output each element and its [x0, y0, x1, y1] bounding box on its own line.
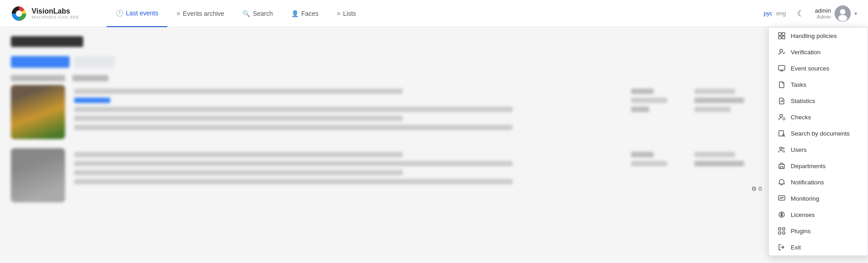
clock-icon: 🕐 — [116, 9, 123, 17]
document-icon — [778, 81, 785, 88]
filter-count: 0 — [759, 185, 762, 192]
svg-rect-8 — [782, 36, 785, 39]
app-tagline: MACHINES CAN SEE — [32, 15, 80, 19]
bg-title-bar — [11, 36, 83, 47]
svg-point-15 — [780, 147, 782, 150]
menu-verification-label: Verification — [791, 49, 821, 56]
svg-rect-6 — [782, 33, 785, 35]
header-right: рус eng ☾ admin Admin ▾ — [764, 5, 857, 22]
checks-icon — [778, 113, 785, 121]
svg-rect-7 — [778, 36, 781, 39]
person-avatar-2 — [11, 148, 65, 202]
app-name: VisionLabs — [32, 7, 80, 15]
menu-search-by-documents-label: Search by documents — [791, 130, 850, 137]
menu-notifications-label: Notifications — [791, 179, 824, 186]
menu-checks-label: Checks — [791, 114, 811, 121]
user-menu-trigger[interactable]: admin Admin ▾ — [815, 5, 857, 22]
svg-rect-10 — [778, 66, 785, 70]
nav-faces-label: Faces — [302, 10, 319, 17]
face-icon: 👤 — [291, 10, 299, 17]
bell-icon — [778, 178, 785, 186]
theme-toggle-button[interactable]: ☾ — [793, 6, 808, 21]
chart-icon — [778, 97, 785, 104]
monitoring-icon — [778, 195, 785, 202]
avatar[interactable] — [835, 5, 851, 22]
filter-icon: ⚙ — [751, 185, 757, 192]
plugins-icon — [778, 227, 785, 235]
nav-item-faces[interactable]: 👤 Faces — [282, 0, 328, 27]
menu-users-label: Users — [791, 146, 807, 153]
svg-point-11 — [780, 114, 783, 117]
svg-point-12 — [783, 118, 785, 120]
nav-item-last-events[interactable]: 🕐 Last events — [107, 0, 168, 27]
lang-switcher: рус eng — [764, 10, 786, 17]
svg-rect-21 — [783, 228, 785, 230]
svg-point-1 — [16, 10, 22, 17]
menu-item-search-by-documents[interactable]: Search by documents — [769, 125, 868, 141]
svg-point-16 — [783, 147, 784, 149]
menu-item-licenses[interactable]: Licenses — [769, 207, 868, 223]
menu-item-exit[interactable]: Exit — [769, 239, 868, 255]
menu-statistics-label: Statistics — [791, 98, 815, 104]
users-icon — [778, 146, 785, 153]
menu-item-tasks[interactable]: Tasks — [769, 76, 868, 93]
menu-licenses-label: Licenses — [791, 211, 815, 218]
user-name: admin — [815, 7, 831, 14]
menu-item-plugins[interactable]: Plugins — [769, 223, 868, 239]
user-role: Admin — [817, 14, 831, 19]
document-search-icon — [778, 130, 785, 137]
nav-item-events-archive[interactable]: ≡ Events archive — [167, 0, 233, 27]
dropdown-menu: Handling policies Verification Event sou… — [769, 27, 868, 256]
menu-handling-policies-label: Handling policies — [791, 33, 837, 39]
logo-area[interactable]: VisionLabs MACHINES CAN SEE — [11, 5, 80, 22]
lang-eng[interactable]: eng — [776, 10, 786, 17]
menu-item-users[interactable]: Users — [769, 141, 868, 158]
menu-item-handling-policies[interactable]: Handling policies — [769, 28, 868, 44]
menu-item-notifications[interactable]: Notifications — [769, 174, 868, 190]
svg-rect-5 — [778, 33, 781, 35]
monitor-icon — [778, 65, 785, 72]
user-info: admin Admin — [815, 7, 831, 19]
moon-icon: ☾ — [797, 9, 804, 19]
lists-icon: ≡ — [337, 10, 340, 17]
exit-icon — [778, 244, 785, 251]
svg-point-9 — [780, 49, 783, 52]
menu-item-departments[interactable]: Departments — [769, 158, 868, 174]
menu-exit-label: Exit — [791, 244, 801, 251]
person-avatar-1 — [11, 85, 65, 139]
filter-tags — [11, 56, 758, 68]
svg-rect-23 — [783, 232, 785, 234]
nav-events-archive-label: Events archive — [183, 10, 224, 17]
menu-item-checks[interactable]: Checks — [769, 109, 868, 125]
nav-last-events-label: Last events — [126, 9, 159, 17]
dollar-icon — [778, 211, 785, 218]
table-row — [11, 148, 758, 202]
svg-point-3 — [840, 9, 845, 14]
svg-point-4 — [838, 15, 847, 21]
background-content — [0, 27, 769, 263]
logo-icon — [11, 5, 27, 22]
menu-event-sources-label: Event sources — [791, 65, 830, 72]
menu-plugins-label: Plugins — [791, 228, 811, 235]
nav-item-lists[interactable]: ≡ Lists — [328, 0, 365, 27]
menu-item-event-sources[interactable]: Event sources — [769, 60, 868, 76]
logo-text: VisionLabs MACHINES CAN SEE — [32, 7, 80, 20]
svg-rect-20 — [778, 228, 781, 230]
search-icon: 🔍 — [242, 10, 250, 17]
svg-rect-22 — [778, 232, 781, 234]
menu-monitoring-label: Monitoring — [791, 195, 819, 202]
table-row — [11, 85, 758, 139]
list-icon: ≡ — [176, 10, 180, 17]
nav-item-search[interactable]: 🔍 Search — [233, 0, 282, 27]
menu-item-verification[interactable]: Verification — [769, 44, 868, 60]
filter-icon-area: ⚙ 0 — [751, 185, 762, 192]
menu-item-monitoring[interactable]: Monitoring — [769, 190, 868, 207]
lang-rus[interactable]: рус — [764, 10, 773, 17]
main-header: VisionLabs MACHINES CAN SEE 🕐 Last event… — [0, 0, 868, 27]
grid-icon — [778, 32, 785, 39]
main-nav: 🕐 Last events ≡ Events archive 🔍 Search … — [107, 0, 764, 27]
nav-lists-label: Lists — [343, 10, 356, 17]
menu-departments-label: Departments — [791, 163, 826, 169]
person-check-icon — [778, 48, 785, 56]
menu-item-statistics[interactable]: Statistics — [769, 93, 868, 109]
